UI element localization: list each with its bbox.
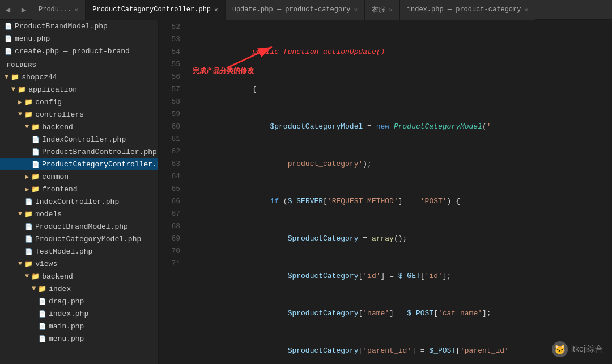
tab-label: Produ... [39,6,71,14]
tab-close-clothes-icon[interactable]: ✕ [389,6,393,14]
sidebar-file-testmodel[interactable]: 📄 TestModel.php [0,245,158,258]
tab-label: 衣服 [372,5,385,15]
php-file-icon: 📄 [25,248,33,255]
folder-label: views [35,260,57,268]
folders-label: FOLDERS [0,57,158,71]
tab-update[interactable]: update.php — product-category ✕ [226,0,365,20]
folder-models[interactable]: ▼ 📁 models [0,208,158,220]
sidebar-file-main[interactable]: 📄 main.php [0,320,158,332]
folder-label: backend [42,272,73,281]
php-file-icon: 📄 [39,323,46,330]
code-line-55b: product_category'); [190,145,612,183]
sidebar-file-label: ProductCategoryModel.php [35,235,141,243]
code-area: 52 53 54 55 56 57 58 59 60 61 62 63 64 6… [159,20,612,364]
sidebar-file-productbrandmodel[interactable]: 📄 ProductBrandModel.php [0,20,158,32]
folder-frontend[interactable]: ▶ 📁 frontend [0,183,158,195]
folder-icon: 📁 [38,285,46,293]
folder-label: common [42,173,69,181]
sidebar: 📄 ProductBrandModel.php 📄 menu.php 📄 cre… [0,20,159,364]
tab-close-index-icon[interactable]: ✕ [524,6,528,14]
sidebar-file-label: IndexController.php [35,198,119,206]
folder-common[interactable]: ▶ 📁 common [0,170,158,183]
folder-collapsed-icon: ▶ [18,98,22,106]
folder-index[interactable]: ▼ 📁 index [0,282,158,295]
tab-close-update-icon[interactable]: ✕ [354,6,358,14]
folder-open-icon: ▼ [25,123,29,131]
tab-index[interactable]: index.php — product-category ✕ [400,0,536,20]
folder-backend[interactable]: ▼ 📁 backend [0,121,158,133]
folder-open-icon: ▼ [18,260,22,268]
folder-label: models [35,210,62,219]
code-line-59: $productCategory['name'] = $_POST['cat_n… [190,295,612,332]
folder-open-icon: ▼ [25,272,29,280]
line-numbers: 52 53 54 55 56 57 58 59 60 61 62 63 64 6… [159,20,186,364]
sidebar-file-label: ProductBrandModel.php [35,222,128,231]
sidebar-file-index[interactable]: 📄 index.php [0,307,158,320]
folder-icon: 📁 [31,173,40,181]
folder-backend2[interactable]: ▼ 📁 backend [0,270,158,282]
sidebar-file-indexcontroller2[interactable]: 📄 IndexController.php [0,195,158,208]
php-file-icon: 📄 [32,148,40,156]
folder-icon: 📁 [31,185,40,194]
tab-next-button[interactable]: ▶ [16,0,32,20]
php-file-icon: 📄 [25,223,33,230]
folder-icon: 📁 [24,110,33,119]
tab-bar: ◀ ▶ Produ... ✕ ProductCategoryController… [0,0,612,20]
sidebar-file-productbrandcontroller[interactable]: 📄 ProductBrandController.php [0,145,158,158]
sidebar-file-productcategorymodel[interactable]: 📄 ProductCategoryModel.php [0,233,158,245]
folder-label: controllers [35,110,84,119]
folder-open-icon: ▼ [18,210,22,218]
php-file-icon: 📄 [39,298,46,305]
folder-open-icon: ▼ [32,285,36,293]
code-line-57: $productCategory = array(); [190,220,612,258]
sidebar-file-label: menu.php [15,35,50,43]
folder-views[interactable]: ▼ 📁 views [0,258,158,270]
sidebar-file-menu[interactable]: 📄 menu.php [0,32,158,45]
folder-icon: 📁 [31,272,40,281]
folder-label: shopcz44 [22,73,57,82]
php-file-icon: 📄 [25,235,33,243]
code-line-56: if ($_SERVER['REQUEST_METHOD'] == 'POST'… [190,183,612,220]
sidebar-file-menu2[interactable]: 📄 menu.php [0,332,158,345]
sidebar-file-label: ProductBrandController.php [42,148,157,156]
tab-productbrand[interactable]: Produ... ✕ [32,0,86,20]
tab-close-active-icon[interactable]: ✕ [214,6,218,14]
php-file-icon: 📄 [39,310,46,318]
folder-icon: 📁 [31,123,40,131]
folder-controllers[interactable]: ▼ 📁 controllers [0,108,158,121]
php-file-icon: 📄 [5,35,12,42]
tab-label: ProductCategoryController.php [92,6,211,14]
folder-collapsed-icon: ▶ [25,173,29,181]
php-file-icon: 📄 [39,335,46,342]
folder-label: frontend [42,185,77,194]
tab-close-icon[interactable]: ✕ [75,6,79,14]
sidebar-file-productcategorycontroller[interactable]: 📄 ProductCategoryController.php [0,158,158,170]
folder-icon: 📁 [24,260,33,268]
sidebar-file-label: drag.php [49,297,84,306]
folder-label: config [35,98,62,106]
sidebar-file-label: index.php [49,310,88,318]
sidebar-file-indexcontroller[interactable]: 📄 IndexController.php [0,133,158,145]
folder-application[interactable]: ▼ 📁 application [0,83,158,96]
php-file-icon: 📄 [32,161,40,168]
sidebar-file-drag[interactable]: 📄 drag.php [0,295,158,307]
folder-shopcz44[interactable]: ▼ 📁 shopcz44 [0,71,158,83]
tab-productcategorycontroller[interactable]: ProductCategoryController.php ✕ [86,0,225,20]
sidebar-file-label: TestModel.php [35,247,92,256]
folder-open-icon: ▼ [18,110,22,118]
folder-collapsed-icon: ▶ [25,185,29,194]
sidebar-file-label: menu.php [49,335,84,343]
tab-clothes[interactable]: 衣服 ✕ [365,0,400,20]
folder-icon: 📁 [24,98,33,106]
sidebar-file-label: ProductCategoryController.php [42,160,159,169]
sidebar-file-productbrandmodel2[interactable]: 📄 ProductBrandModel.php [0,220,158,233]
php-file-icon: 📄 [5,48,12,55]
main-layout: 📄 ProductBrandModel.php 📄 menu.php 📄 cre… [0,20,612,364]
folder-open-icon: ▼ [11,85,15,93]
code-line-52 [190,21,612,33]
sidebar-file-create[interactable]: 📄 create.php — product-brand [0,45,158,57]
tab-prev-button[interactable]: ◀ [0,0,16,20]
folder-config[interactable]: ▶ 📁 config [0,96,158,108]
sidebar-file-label: ProductBrandModel.php [15,22,108,31]
code-line-60: $productCategory['parent_id'] = $_POST['… [190,332,612,364]
